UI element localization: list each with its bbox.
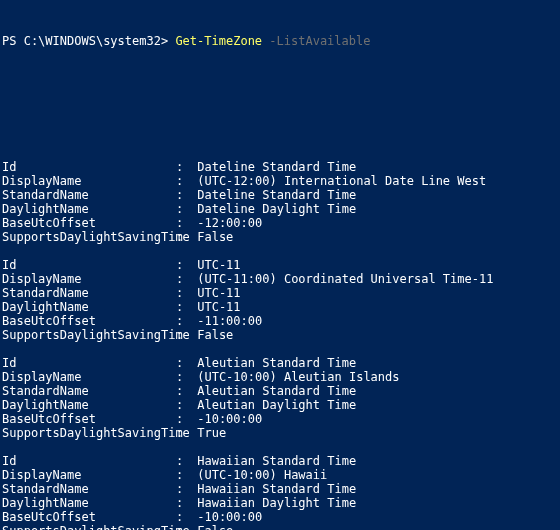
field-value: Hawaiian Standard Time (190, 454, 356, 468)
output-row: BaseUtcOffset: -10:00:00 (2, 412, 560, 426)
field-name: DaylightName (2, 496, 176, 510)
output-row: SupportsDaylightSavingTime: False (2, 524, 560, 530)
field-value: Aleutian Standard Time (190, 356, 356, 370)
field-name: SupportsDaylightSavingTime (2, 524, 176, 530)
output-row: DisplayName: (UTC-10:00) Hawaii (2, 468, 560, 482)
field-value: Aleutian Daylight Time (190, 398, 356, 412)
output-row: SupportsDaylightSavingTime: True (2, 426, 560, 440)
separator: : (176, 482, 190, 496)
field-value: Dateline Daylight Time (190, 202, 356, 216)
field-name: DisplayName (2, 174, 176, 188)
field-name: DisplayName (2, 272, 176, 286)
output-row: StandardName: Aleutian Standard Time (2, 384, 560, 398)
separator: : (176, 258, 190, 272)
output-row: DaylightName: Dateline Daylight Time (2, 202, 560, 216)
field-name: BaseUtcOffset (2, 510, 176, 524)
output-row: DaylightName: UTC-11 (2, 300, 560, 314)
separator: : (176, 300, 190, 314)
separator: : (176, 454, 190, 468)
field-value: (UTC-10:00) Hawaii (190, 468, 327, 482)
output-row: SupportsDaylightSavingTime: False (2, 328, 560, 342)
field-name: BaseUtcOffset (2, 314, 176, 328)
output-row: StandardName: Dateline Standard Time (2, 188, 560, 202)
field-name: BaseUtcOffset (2, 216, 176, 230)
field-name: Id (2, 160, 176, 174)
output-row: Id: Hawaiian Standard Time (2, 454, 560, 468)
separator: : (176, 160, 190, 174)
output-row: BaseUtcOffset: -11:00:00 (2, 314, 560, 328)
field-value: False (190, 328, 233, 342)
field-name: StandardName (2, 384, 176, 398)
separator: : (176, 328, 190, 342)
separator: : (176, 314, 190, 328)
separator: : (176, 272, 190, 286)
field-value: False (190, 524, 233, 530)
field-value: -12:00:00 (190, 216, 262, 230)
command-line: PS C:\WINDOWS\system32> Get-TimeZone -Li… (2, 34, 560, 48)
blank-line (2, 76, 560, 90)
output-row: Id: Aleutian Standard Time (2, 356, 560, 370)
output-row: DisplayName: (UTC-11:00) Coordinated Uni… (2, 272, 560, 286)
output-row: BaseUtcOffset: -12:00:00 (2, 216, 560, 230)
blank-line (2, 342, 560, 356)
separator: : (176, 510, 190, 524)
field-value: -10:00:00 (190, 412, 262, 426)
field-value: (UTC-11:00) Coordinated Universal Time-1… (190, 272, 493, 286)
output-row: DaylightName: Aleutian Daylight Time (2, 398, 560, 412)
separator: : (176, 188, 190, 202)
field-value: Aleutian Standard Time (190, 384, 356, 398)
field-name: DaylightName (2, 398, 176, 412)
blank-line (2, 244, 560, 258)
field-value: (UTC-10:00) Aleutian Islands (190, 370, 400, 384)
field-name: SupportsDaylightSavingTime (2, 426, 176, 440)
field-value: Hawaiian Standard Time (190, 482, 356, 496)
field-name: DisplayName (2, 468, 176, 482)
blank-line (2, 440, 560, 454)
output-row: DaylightName: Hawaiian Daylight Time (2, 496, 560, 510)
field-name: StandardName (2, 286, 176, 300)
separator: : (176, 412, 190, 426)
separator: : (176, 398, 190, 412)
field-name: SupportsDaylightSavingTime (2, 328, 176, 342)
field-name: DaylightName (2, 202, 176, 216)
blank-line (2, 118, 560, 132)
prompt-prefix: PS C:\WINDOWS\system32> (2, 34, 175, 48)
field-name: Id (2, 258, 176, 272)
output-row: SupportsDaylightSavingTime: False (2, 230, 560, 244)
command-output: Id: Dateline Standard TimeDisplayName: (… (2, 160, 560, 530)
separator: : (176, 286, 190, 300)
field-value: UTC-11 (190, 286, 241, 300)
separator: : (176, 468, 190, 482)
output-row: Id: UTC-11 (2, 258, 560, 272)
powershell-terminal[interactable]: PS C:\WINDOWS\system32> Get-TimeZone -Li… (0, 0, 560, 530)
output-row: StandardName: Hawaiian Standard Time (2, 482, 560, 496)
field-value: False (190, 230, 233, 244)
cmdlet-name: Get-TimeZone (175, 34, 262, 48)
field-name: DisplayName (2, 370, 176, 384)
output-row: StandardName: UTC-11 (2, 286, 560, 300)
field-name: StandardName (2, 482, 176, 496)
separator: : (176, 230, 190, 244)
output-row: BaseUtcOffset: -10:00:00 (2, 510, 560, 524)
separator: : (176, 356, 190, 370)
field-name: Id (2, 356, 176, 370)
field-value: (UTC-12:00) International Date Line West (190, 174, 486, 188)
field-value: -10:00:00 (190, 510, 262, 524)
field-value: True (190, 426, 226, 440)
separator: : (176, 384, 190, 398)
separator: : (176, 496, 190, 510)
field-name: BaseUtcOffset (2, 412, 176, 426)
field-value: Hawaiian Daylight Time (190, 496, 356, 510)
output-row: DisplayName: (UTC-12:00) International D… (2, 174, 560, 188)
field-value: Dateline Standard Time (190, 188, 356, 202)
separator: : (176, 216, 190, 230)
separator: : (176, 174, 190, 188)
output-row: Id: Dateline Standard Time (2, 160, 560, 174)
separator: : (176, 524, 190, 530)
cmdlet-param: -ListAvailable (262, 34, 370, 48)
field-name: SupportsDaylightSavingTime (2, 230, 176, 244)
separator: : (176, 370, 190, 384)
output-row: DisplayName: (UTC-10:00) Aleutian Island… (2, 370, 560, 384)
field-value: -11:00:00 (190, 314, 262, 328)
field-value: Dateline Standard Time (190, 160, 356, 174)
